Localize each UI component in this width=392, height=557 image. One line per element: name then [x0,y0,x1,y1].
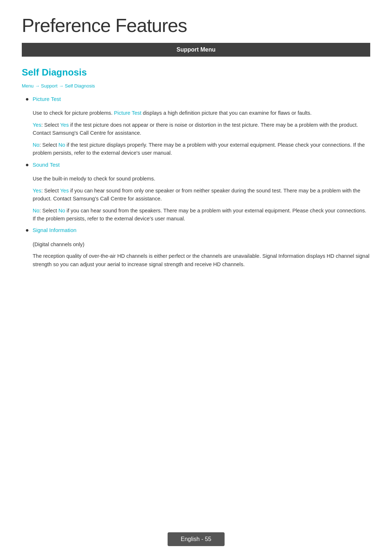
section-title: Self Diagnosis [22,67,370,78]
page-title: Preference Features [22,15,370,36]
signal-info-digital-only: (Digital channels only) [33,240,370,248]
footer-bar: English - 55 [168,532,225,546]
list-item-signal-info: ● Signal Information [25,226,370,234]
yes-label-1: Yes [33,122,41,128]
signal-info-label: Signal Information [33,226,77,234]
footer-text: English - 55 [181,536,212,542]
support-menu-label: Support Menu [176,46,216,53]
yes-label-2: Yes [33,188,41,194]
picture-test-yes-para: Yes: Select Yes if the test picture does… [33,121,370,137]
list-item-sound-test: ● Sound Test [25,161,370,169]
breadcrumb-text: Menu → Support → Self Diagnosis [22,83,95,89]
sound-test-yes-para: Yes: Select Yes if you can hear sound fr… [33,187,370,203]
no-label-2: No [33,208,40,214]
page-wrapper: Preference Features Support Menu Self Di… [0,0,392,301]
list-item-picture-test: ● Picture Test [25,95,370,103]
picture-test-para-1: Use to check for picture problems. Pictu… [33,109,370,117]
bullet-dot: ● [25,95,29,103]
no-label-1: No [33,142,40,148]
picture-test-no-para: No: Select No if the test picture displa… [33,141,370,157]
sound-test-no-para: No: Select No if you can hear sound from… [33,207,370,223]
sound-test-content: Use the built-in melody to check for sou… [33,175,370,223]
support-menu-bar: Support Menu [22,43,370,57]
picture-test-link: Picture Test [114,110,142,116]
picture-test-label: Picture Test [33,95,61,103]
bullet-dot-2: ● [25,161,29,169]
sound-test-para-1: Use the built-in melody to check for sou… [33,175,370,183]
picture-test-content: Use to check for picture problems. Pictu… [33,109,370,157]
signal-info-description: The reception quality of over-the-air HD… [33,252,370,268]
signal-info-content: (Digital channels only) The reception qu… [33,240,370,268]
sound-test-label: Sound Test [33,161,60,168]
breadcrumb: Menu → Support → Self Diagnosis [22,83,370,89]
bullet-dot-3: ● [25,226,29,234]
